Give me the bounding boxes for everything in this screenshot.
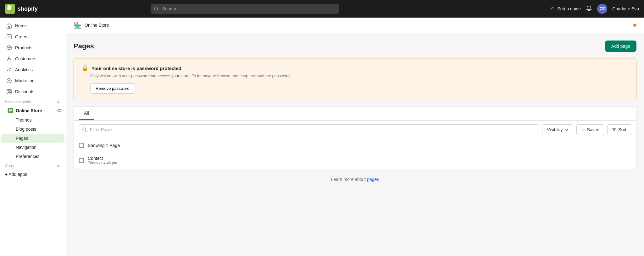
sidebar-sub-pages[interactable]: Pages — [1, 134, 64, 143]
tabs-row: All — [74, 107, 636, 121]
sidebar-label-discounts: Discounts — [15, 89, 34, 94]
showing-count: Showing 1 Page — [88, 143, 120, 148]
tab-all[interactable]: All — [79, 107, 94, 120]
online-store-row[interactable]: Online Store — [1, 106, 64, 115]
password-banner-title: Your online store is password protected — [92, 66, 181, 71]
eye-icon — [57, 108, 62, 113]
nav-right: Setup guide CE Charlotte Eva — [550, 4, 639, 14]
svg-point-2 — [8, 57, 10, 59]
main-content-area: 🏪 Online Store Pages Add page 🔒 Your onl… — [66, 18, 644, 256]
learn-more-text: Learn more about — [331, 177, 367, 182]
sidebar-item-analytics[interactable]: Analytics — [1, 64, 64, 75]
orders-icon — [6, 34, 12, 40]
shopify-logo-icon — [5, 4, 15, 14]
bell-icon — [586, 5, 592, 12]
sidebar-label-customers: Customers — [15, 56, 36, 61]
filter-row: Visibility ☆ Saved Sort — [74, 121, 636, 139]
store-header-icon: 🏪 — [74, 21, 81, 29]
star-icon: ☆ — [581, 127, 585, 132]
analytics-icon — [6, 67, 12, 73]
user-avatar[interactable]: CE — [597, 4, 607, 14]
page-title-contact: Contact — [88, 156, 117, 161]
learn-more-link[interactable]: pages — [367, 177, 379, 182]
add-apps-label: + Add apps — [5, 172, 27, 177]
add-page-button[interactable]: Add page — [605, 41, 636, 52]
discounts-icon — [6, 89, 12, 95]
sidebar-item-discounts[interactable]: Discounts — [1, 86, 64, 97]
online-store-label: Online Store — [16, 108, 42, 113]
home-icon — [6, 23, 12, 29]
table-header-row: Showing 1 Page — [74, 139, 636, 152]
saved-filter-button[interactable]: ☆ Saved — [576, 124, 604, 135]
sidebar-item-orders[interactable]: Orders — [1, 31, 64, 42]
sidebar: Home Orders Products Customers — [0, 18, 66, 256]
page-header-bar: 🏪 Online Store — [66, 18, 644, 33]
sidebar-sub-preferences[interactable]: Preferences — [1, 152, 64, 161]
pages-card: All Visibility — [74, 106, 636, 169]
password-banner: 🔒 Your online store is password protecte… — [74, 58, 636, 100]
notifications-button[interactable] — [586, 5, 592, 13]
filter-search-icon — [82, 127, 87, 132]
add-apps-button[interactable]: + Add apps — [0, 169, 66, 179]
sidebar-item-marketing[interactable]: Marketing — [1, 75, 64, 86]
password-banner-description: Only visitors with your password can acc… — [90, 74, 629, 78]
marketing-icon — [6, 78, 12, 84]
filter-input-wrapper — [79, 124, 539, 135]
sidebar-sub-blog-posts[interactable]: Blog posts — [1, 125, 64, 133]
search-icon — [154, 6, 159, 11]
expand-icon[interactable] — [56, 100, 61, 104]
sidebar-item-products[interactable]: Products — [1, 42, 64, 53]
apps-expand-icon[interactable] — [56, 164, 61, 168]
select-all-checkbox[interactable] — [79, 143, 84, 148]
search-input[interactable] — [151, 4, 339, 14]
sidebar-sub-themes[interactable]: Themes — [1, 116, 64, 124]
sidebar-sub-navigation[interactable]: Navigation — [1, 143, 64, 152]
search-bar-wrapper — [151, 4, 339, 14]
setup-guide-label: Setup guide — [557, 6, 581, 11]
page-subtitle-contact: Friday at 4:46 pm — [88, 161, 117, 165]
page-checkbox-contact[interactable] — [79, 158, 84, 163]
sort-button[interactable]: Sort — [607, 124, 631, 135]
top-navigation: shopify Setup guide CE Charlotte Eva — [0, 0, 644, 18]
apps-label: Apps — [5, 164, 14, 168]
apps-section: Apps — [0, 161, 66, 169]
flag-icon — [550, 6, 555, 11]
svg-point-5 — [10, 92, 11, 93]
setup-guide-button[interactable]: Setup guide — [550, 6, 581, 11]
online-store-icon — [8, 108, 13, 113]
page-title: Pages — [74, 42, 94, 50]
svg-point-8 — [58, 109, 61, 112]
filter-pages-input[interactable] — [79, 124, 539, 135]
customers-icon — [6, 56, 12, 62]
page-title-row: Pages Add page — [74, 41, 636, 52]
user-name: Charlotte Eva — [612, 6, 639, 11]
remove-password-button[interactable]: Remove password — [90, 83, 135, 94]
lock-icon: 🔒 — [81, 65, 88, 72]
sidebar-item-customers[interactable]: Customers — [1, 53, 64, 64]
products-icon — [6, 45, 12, 51]
svg-point-4 — [8, 90, 9, 91]
svg-point-9 — [59, 110, 60, 111]
logo-text: shopify — [18, 6, 38, 12]
chevron-down-icon — [565, 128, 569, 132]
table-row[interactable]: Contact Friday at 4:46 pm — [74, 152, 636, 169]
logo[interactable]: shopify — [5, 4, 43, 14]
notification-dot — [633, 24, 636, 27]
sidebar-label-orders: Orders — [15, 34, 29, 39]
visibility-filter-button[interactable]: Visibility — [542, 124, 573, 135]
sales-channels-label: Sales channels — [5, 100, 31, 104]
sidebar-item-home[interactable]: Home — [1, 20, 64, 31]
learn-more-section: Learn more about pages — [74, 169, 636, 189]
sidebar-label-products: Products — [15, 45, 32, 50]
sidebar-label-analytics: Analytics — [15, 67, 33, 72]
pages-content: Pages Add page 🔒 Your online store is pa… — [66, 33, 644, 197]
store-header-name: Online Store — [85, 23, 109, 28]
svg-rect-1 — [7, 35, 11, 39]
sort-icon — [612, 128, 616, 132]
sales-channels-section: Sales channels — [0, 97, 66, 106]
sidebar-label-home: Home — [15, 23, 27, 28]
sidebar-label-marketing: Marketing — [15, 78, 34, 83]
